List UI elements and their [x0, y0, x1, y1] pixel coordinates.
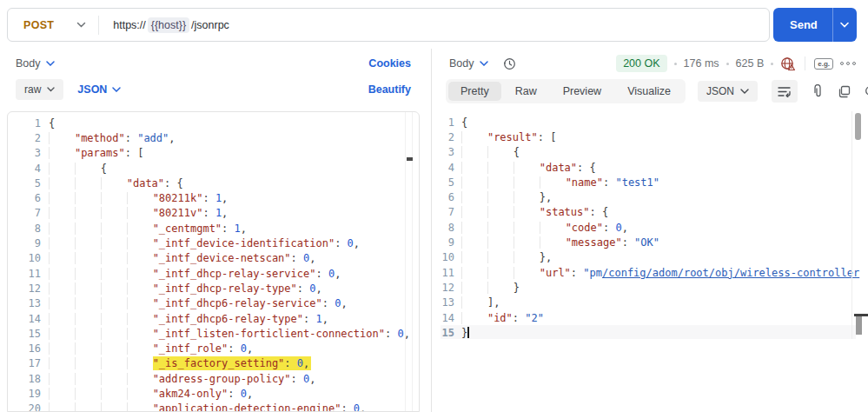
code-line: 5 "data": { [15, 176, 419, 190]
code-line: 10 "_intf_device-netscan": 0, [15, 251, 419, 266]
code-line: 16 "_intf_role": 0, [15, 341, 419, 356]
line-number: 9 [15, 237, 41, 249]
response-editor-scrollbar[interactable] [855, 113, 861, 140]
code-line: 15 "_intf_listen-forticlient-connection"… [15, 326, 419, 341]
chevron-down-icon [46, 61, 55, 66]
response-history-icon[interactable] [502, 56, 516, 70]
code-line: 10 }, [441, 250, 868, 265]
code-line: 12 } [441, 280, 868, 295]
line-number: 6 [441, 191, 454, 203]
host-variable-pill[interactable]: {{host}} [148, 17, 189, 33]
raw-type-dropdown[interactable]: raw [16, 79, 63, 100]
code-line: 11 "_intf_dhcp-relay-service": 0, [15, 266, 419, 281]
line-number: 7 [441, 206, 454, 218]
code-line: 2 "method": "add", [15, 130, 419, 145]
line-number: 10 [15, 252, 41, 264]
line-number: 2 [15, 132, 41, 144]
search-match-marker [407, 157, 413, 161]
ssl-error-globe-icon[interactable] [780, 56, 796, 71]
url-input[interactable]: https:// {{host}} /jsonrpc [113, 17, 229, 33]
response-time: 176 ms [684, 57, 719, 70]
code-line: 3 "params": [ [15, 146, 419, 161]
divider [805, 56, 805, 70]
code-line: 12 "_intf_dhcp-relay-type": 0, [15, 281, 419, 296]
code-line: 20 "application-detection-engine": 0, [15, 402, 419, 412]
line-number: 18 [15, 373, 41, 385]
request-language-dropdown[interactable]: JSON [77, 83, 121, 96]
response-body-dropdown[interactable]: Body [449, 57, 488, 70]
request-language-label: JSON [77, 83, 107, 96]
code-line: 4 { [15, 161, 419, 176]
request-body-dropdown[interactable]: Body [16, 57, 55, 70]
line-number: 5 [15, 177, 41, 189]
save-example-icon[interactable]: e.g. [814, 58, 833, 70]
chevron-down-icon [740, 89, 749, 94]
tab-visualize[interactable]: Visualize [615, 82, 683, 101]
chevron-down-icon [480, 61, 488, 66]
response-editor-track [851, 111, 852, 339]
code-line: 11 "url": "pm/config/adom/root/obj/wirel… [441, 265, 868, 280]
code-line: 18 "address-group-policy": 0, [15, 371, 419, 386]
line-number: 12 [441, 282, 454, 294]
request-body-label: Body [16, 57, 41, 70]
line-number: 8 [15, 223, 41, 235]
more-actions-icon[interactable] [840, 62, 856, 65]
line-number: 11 [441, 267, 454, 279]
tab-pretty[interactable]: Pretty [448, 82, 501, 101]
code-line: 13 ], [441, 296, 868, 310]
chevron-down-icon [47, 87, 55, 92]
response-editor-scrollbar-thumb[interactable] [856, 316, 862, 335]
request-editor-scrollbar[interactable] [405, 112, 413, 411]
raw-label: raw [24, 83, 41, 96]
send-options-button[interactable] [832, 22, 857, 28]
code-line: 6 }, [441, 189, 868, 204]
code-line: 2 "result": [ [441, 130, 868, 144]
request-panel: Body Cookies raw JSON Beautify [7, 50, 420, 103]
line-number: 4 [15, 163, 41, 175]
chevron-down-icon[interactable] [76, 22, 86, 28]
code-line: 7 "status": { [441, 205, 868, 220]
status-badge: 200 OK [616, 55, 666, 72]
code-line: 9 "_intf_device-identification": 0, [15, 236, 419, 250]
line-number: 17 [15, 357, 41, 369]
request-body-editor[interactable]: 1{2 "method": "add",3 "params": [4 {5 "d… [7, 111, 420, 412]
dot-separator [726, 63, 729, 65]
line-number: 1 [441, 116, 454, 129]
line-number: 20 [15, 402, 41, 412]
response-language-dropdown[interactable]: JSON [698, 81, 758, 102]
code-line: 15} [441, 325, 856, 339]
send-label: Send [773, 18, 818, 31]
code-line: 19 "akm24-only": 0, [15, 386, 419, 401]
beautify-link[interactable]: Beautify [368, 83, 411, 96]
line-number: 19 [15, 388, 41, 400]
send-button[interactable]: Send [773, 8, 857, 42]
wrap-text-icon[interactable] [772, 80, 798, 103]
url-prefix: https:// [113, 19, 146, 31]
response-language-label: JSON [706, 85, 734, 97]
url-suffix: /jsonrpc [191, 19, 229, 31]
code-line: 8 "_centmgmt": 1, [15, 221, 419, 236]
response-body-viewer[interactable]: 1{2 "result": [3 {4 "data": {5 "name": "… [439, 111, 868, 339]
copy-icon[interactable] [838, 85, 851, 98]
code-line: 1{ [15, 116, 419, 130]
tab-raw[interactable]: Raw [503, 82, 549, 101]
chevron-down-icon [112, 87, 121, 92]
line-number: 5 [441, 176, 454, 189]
cookies-link[interactable]: Cookies [368, 57, 411, 70]
divider [98, 16, 99, 35]
code-line: 9 "message": "OK" [441, 235, 868, 249]
line-number: 13 [441, 296, 454, 309]
line-number: 16 [15, 342, 41, 355]
search-icon[interactable] [865, 85, 868, 98]
line-number: 10 [441, 251, 454, 263]
panel-splitter[interactable] [431, 49, 432, 412]
link-icon[interactable] [812, 84, 824, 98]
request-url-bar: POST https:// {{host}} /jsonrpc [7, 8, 770, 42]
method-dropdown[interactable]: POST [8, 19, 54, 31]
code-line: 3 { [441, 145, 868, 160]
text-caret [467, 327, 469, 338]
code-line: 1{ [441, 115, 868, 130]
tab-preview[interactable]: Preview [551, 82, 613, 101]
line-number: 14 [441, 312, 454, 324]
response-body-label: Body [449, 57, 474, 70]
